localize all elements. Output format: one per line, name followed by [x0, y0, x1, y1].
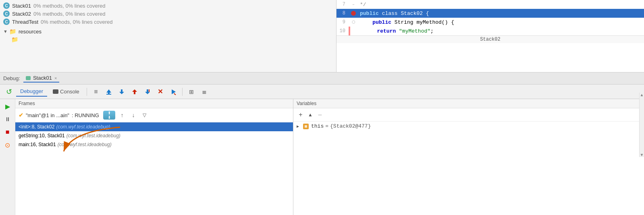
tree-item-stack02[interactable]: C Stack02 0% methods, 0% lines covered	[0, 10, 336, 18]
btn-force-step[interactable]	[142, 86, 153, 97]
svg-marker-10	[172, 89, 176, 94]
frames-panel: Frames ✔ "main"@1 in ...ain" : RUNNING ⬆…	[15, 99, 293, 215]
filter-btn[interactable]: ▽	[140, 111, 149, 120]
tree-item-name-stack02: Stack02	[12, 11, 31, 17]
debug-panel: Debug: Stack01 × ↺ Debugger Console ≡	[0, 72, 644, 215]
keyword-public-8: public	[360, 10, 379, 17]
frames-header: Frames	[15, 99, 293, 108]
frame-package-1: (com.wyf.test.ideadebug)	[66, 133, 120, 139]
tree-item-resources[interactable]: ▼ 📁 resources	[0, 27, 336, 35]
var-minus-btn[interactable]: –	[316, 111, 324, 119]
tree-item-subitem[interactable]: 📁	[0, 35, 336, 43]
svg-marker-0	[106, 89, 111, 93]
top-section: C Stack01 0% methods, 0% lines covered C…	[0, 0, 644, 72]
rerun-button[interactable]: ⊙	[3, 140, 12, 150]
code-editor: 7 – */ 8 public class Stack02 { 9 ⬡	[337, 0, 644, 72]
force-step-icon	[144, 89, 151, 95]
debug-tab-name: Stack01	[33, 75, 52, 81]
btn-grid-view[interactable]: ⊞	[186, 86, 197, 97]
scroll-down-arrow[interactable]: ▼	[640, 153, 644, 157]
tree-item-stack01[interactable]: C Stack01 0% methods, 0% lines covered	[0, 2, 336, 10]
line-num-9: 9	[337, 19, 349, 25]
stop-button[interactable]: ■	[3, 127, 12, 137]
svg-marker-6	[132, 89, 137, 92]
var-expand-this[interactable]: ▶	[297, 124, 303, 129]
bookmark-9: ⬡	[352, 20, 355, 25]
btn-step-into[interactable]	[116, 86, 127, 97]
breakpoint-8	[351, 11, 356, 16]
btn-step-over-up[interactable]	[103, 86, 114, 97]
btn-drop-frame[interactable]: ✕	[155, 86, 166, 97]
frame-package-2: (com.wyf.test.ideadebug)	[58, 142, 112, 147]
tree-item-threadtest[interactable]: C ThreadTest 0% methods, 0% lines covere…	[0, 18, 336, 26]
var-item-this[interactable]: ▶ this = {Stack02@477}	[293, 122, 644, 131]
debug-header: Debug: Stack01 ×	[0, 72, 644, 85]
svg-rect-1	[108, 93, 110, 94]
toolbar-sep-2	[182, 88, 183, 96]
trace-into-icon	[170, 89, 177, 95]
thread-down-btn[interactable]: ↓	[129, 111, 138, 120]
tree-item-name-resources: resources	[19, 29, 42, 35]
btn-list-view[interactable]: ≣	[199, 86, 210, 97]
var-add-btn[interactable]: +	[297, 111, 305, 119]
code-line-7: 7 – */	[337, 0, 644, 9]
comment-7: */	[360, 2, 366, 8]
code-content-10: return "myMethod";	[350, 28, 644, 34]
toolbar: ↺ Debugger Console ≡	[0, 85, 644, 99]
code-content-8: public class Stack02 {	[358, 10, 644, 17]
thread-up-btn[interactable]: ↑	[118, 111, 127, 120]
debug-tab-close[interactable]: ×	[54, 76, 57, 81]
step-out-icon	[131, 89, 138, 95]
folder-icon-subitem: 📁	[11, 36, 18, 43]
thread-status: : RUNNING	[72, 112, 99, 118]
frame-item-2[interactable]: main:16, Stack01 (com.wyf.test.ideadebug…	[15, 140, 293, 149]
var-scroll-up-btn[interactable]: ▲	[306, 112, 314, 118]
var-controls: + ▲ –	[293, 108, 644, 122]
svg-marker-4	[119, 92, 124, 94]
keyword-public-9: public	[372, 19, 391, 25]
stack-frames: <init>:8, Stack02 (com.wyf.test.ideadebu…	[15, 122, 293, 215]
thread-checkmark: ✔	[19, 112, 23, 118]
debug-label: Debug:	[3, 75, 20, 81]
debug-tab-icon	[26, 76, 31, 80]
class-icon-threadtest: C	[3, 19, 10, 25]
svg-marker-8	[145, 92, 150, 94]
frame-method-2: main:16, Stack01	[19, 142, 56, 147]
btn-step-out[interactable]	[129, 86, 140, 97]
frame-method-1: getString:10, Stack01	[19, 133, 65, 139]
console-icon	[53, 89, 58, 94]
tree-item-name-threadtest: ThreadTest	[12, 19, 38, 25]
variables-scrollbar[interactable]: ▲ ▼	[639, 99, 644, 157]
code-content-7: */	[358, 2, 644, 8]
tab-debugger[interactable]: Debugger	[16, 87, 47, 97]
gutter-8	[349, 11, 358, 16]
frame-method-0: <init>:8, Stack02	[19, 124, 54, 130]
resume-button[interactable]: ▶	[3, 101, 12, 111]
file-tab: Stack02	[337, 35, 644, 43]
var-icon-this	[303, 124, 309, 129]
class-icon-stack02: C	[3, 10, 10, 17]
btn-hamburger[interactable]: ≡	[90, 86, 102, 97]
code-content-9: public String myMethod() {	[358, 19, 644, 25]
svg-line-11	[174, 93, 176, 95]
restart-button[interactable]: ↺	[3, 86, 15, 97]
pause-button[interactable]: ⏸	[3, 114, 12, 124]
step-into-icon	[118, 89, 125, 95]
thread-name: "main"@1 in ...ain"	[26, 112, 69, 118]
tab-console[interactable]: Console	[49, 87, 83, 96]
keyword-return-10: return	[377, 28, 396, 34]
variables-panel: Variables + ▲ – ▶ this	[293, 99, 644, 215]
frame-item-1[interactable]: getString:10, Stack01 (com.wyf.test.idea…	[15, 131, 293, 140]
frame-item-0[interactable]: <init>:8, Stack02 (com.wyf.test.ideadebu…	[15, 122, 293, 131]
tree-item-coverage-stack02: 0% methods, 0% lines covered	[33, 11, 105, 17]
thread-dropdown[interactable]: ⬆⬇	[103, 111, 115, 120]
code-line-10: 10 return "myMethod";	[337, 27, 644, 35]
step-over-up-icon	[106, 89, 112, 95]
debug-tab-stack01[interactable]: Stack01 ×	[23, 74, 59, 83]
btn-trace-into[interactable]	[168, 86, 179, 97]
svg-rect-2	[106, 94, 111, 95]
tree-item-coverage-threadtest: 0% methods, 0% lines covered	[41, 19, 112, 25]
toolbar-sep-1	[87, 88, 87, 96]
string-10: "myMethod"	[399, 28, 430, 34]
tree-item-coverage-stack01: 0% methods, 0% lines covered	[33, 3, 105, 9]
